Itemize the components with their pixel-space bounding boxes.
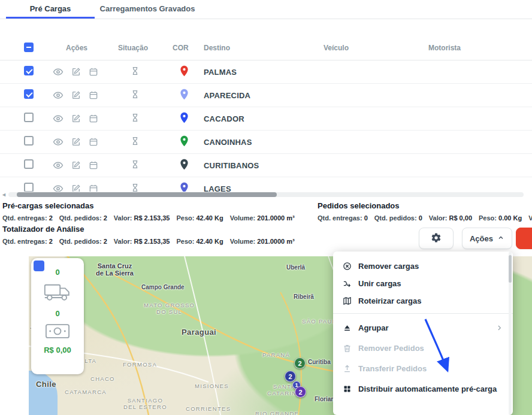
scrollbar-thumb[interactable] bbox=[17, 192, 277, 197]
map-label: CHACO bbox=[90, 375, 115, 382]
view-icon[interactable] bbox=[53, 90, 64, 101]
select-all-checkbox[interactable] bbox=[24, 43, 34, 52]
menu-item-label: Unir cargas bbox=[358, 279, 401, 288]
card-badge-icon bbox=[34, 260, 44, 271]
stat: Valor: R$ 0,00 bbox=[429, 214, 472, 222]
view-icon[interactable] bbox=[53, 183, 64, 192]
edit-icon[interactable] bbox=[71, 114, 81, 123]
menu-item-label: Roteirizar cargas bbox=[358, 296, 422, 305]
menu-item-remover-cargas[interactable]: Remover cargas bbox=[333, 258, 513, 275]
menu-scrollbar[interactable] bbox=[509, 252, 512, 415]
map-label: Campo Grande bbox=[141, 284, 185, 290]
map-label: MISIONES bbox=[195, 383, 229, 389]
pedidos-stats: Qtd. entregas: 0Qtd. pedidos: 0Valor: R$… bbox=[318, 212, 532, 223]
stat: Qtd. entregas: 0 bbox=[318, 214, 368, 222]
stat: Peso: 0.00 Kg bbox=[479, 214, 522, 222]
map-label: Uberlâ bbox=[286, 264, 305, 271]
map-label: SANTIAGO DEL ESTERO bbox=[123, 397, 167, 410]
calendar-icon[interactable] bbox=[89, 90, 98, 100]
table-header: Ações Situação COR Destino Veículo Motor… bbox=[0, 36, 532, 60]
row-checkbox[interactable] bbox=[24, 159, 34, 169]
chevron-up-icon bbox=[497, 234, 504, 243]
destination-pin-icon bbox=[180, 65, 189, 79]
menu-item-agrupar[interactable]: Agrupar bbox=[333, 317, 513, 338]
stat: Qtd. pedidos: 0 bbox=[374, 214, 422, 222]
pedidos-title: Pedidos selecionados bbox=[318, 201, 532, 210]
edit-icon[interactable] bbox=[71, 90, 81, 100]
table-body: PALMAS APARECIDA bbox=[0, 60, 532, 192]
edit-icon[interactable] bbox=[71, 67, 81, 77]
edit-icon[interactable] bbox=[71, 184, 81, 192]
precargas-stats: Qtd. entregas: 2Qtd. pedidos: 2Valor: R$… bbox=[2, 212, 317, 223]
menu-item-transferir-pedidos[interactable]: Transferir Pedidos bbox=[333, 358, 513, 378]
hourglass-icon bbox=[131, 66, 140, 78]
column-header-veiculo: Veículo bbox=[318, 44, 424, 52]
view-icon[interactable] bbox=[53, 66, 64, 77]
map-cluster-marker[interactable]: 2 bbox=[295, 386, 306, 398]
map-summary-card: 0 0 R$ 0,00 bbox=[31, 258, 84, 374]
menu-divider bbox=[333, 313, 513, 314]
destination-pin-icon bbox=[180, 89, 189, 102]
menu-item-label: Distribuir automaticamente pré-carga bbox=[358, 384, 497, 393]
row-checkbox[interactable] bbox=[24, 136, 34, 146]
menu-item-label: Transferir Pedidos bbox=[358, 364, 427, 373]
tab-bar: Pré Cargas Carregamentos Gravados bbox=[0, 0, 532, 19]
destination-pin-icon bbox=[180, 135, 189, 149]
view-icon[interactable] bbox=[53, 137, 64, 147]
banknote-icon bbox=[46, 324, 69, 341]
table-row: PALMAS bbox=[0, 60, 532, 84]
acoes-button-label: Ações bbox=[470, 234, 493, 243]
row-checkbox[interactable] bbox=[24, 183, 34, 192]
merge-icon bbox=[343, 279, 352, 288]
danger-button[interactable] bbox=[516, 228, 532, 249]
gear-icon bbox=[431, 232, 442, 245]
settings-button[interactable] bbox=[419, 228, 454, 249]
remove-circle-icon bbox=[343, 262, 352, 271]
hourglass-icon bbox=[131, 136, 140, 149]
tab-pre-cargas[interactable]: Pré Cargas bbox=[6, 0, 95, 19]
menu-item-remover-pedidos[interactable]: Remover Pedidos bbox=[333, 338, 513, 358]
view-icon[interactable] bbox=[53, 160, 64, 171]
calendar-icon[interactable] bbox=[89, 114, 98, 123]
acoes-button[interactable]: Ações bbox=[462, 228, 512, 249]
precargas-title: Pré-cargas selecionadas bbox=[2, 201, 317, 210]
stat: Valor: R$ 2.153,35 bbox=[114, 214, 170, 222]
map-label: RIO GRANDE bbox=[255, 410, 299, 415]
menu-item-label: Remover cargas bbox=[358, 262, 419, 271]
table-row: LAGES bbox=[0, 177, 532, 192]
row-checkbox[interactable] bbox=[24, 113, 34, 122]
menu-item-distribuir-automaticamente-pr-carga[interactable]: Distribuir automaticamente pré-carga bbox=[333, 378, 513, 399]
row-checkbox[interactable] bbox=[24, 89, 34, 99]
calendar-icon[interactable] bbox=[89, 137, 98, 147]
route-icon bbox=[343, 296, 352, 305]
map-label: FORMOSA bbox=[123, 361, 157, 368]
stat: Qtd. pedidos: 2 bbox=[59, 238, 107, 245]
calendar-icon[interactable] bbox=[89, 160, 98, 170]
map-cluster-marker[interactable]: 2 bbox=[285, 371, 296, 382]
view-icon[interactable] bbox=[53, 113, 64, 124]
table-row: CANOINHAS bbox=[0, 131, 532, 154]
menu-scrollbar-thumb[interactable] bbox=[509, 255, 512, 283]
calendar-icon[interactable] bbox=[89, 184, 98, 192]
row-checkbox[interactable] bbox=[24, 66, 34, 75]
calendar-icon[interactable] bbox=[89, 67, 98, 77]
tab-carregamentos-gravados[interactable]: Carregamentos Gravados bbox=[95, 0, 200, 19]
destino-cell: APARECIDA bbox=[199, 91, 318, 100]
destino-cell: CURITIBANOS bbox=[199, 161, 318, 170]
menu-item-unir-cargas[interactable]: Unir cargas bbox=[333, 275, 513, 292]
table-row: APARECIDA bbox=[0, 84, 532, 107]
stat: Volume: bbox=[528, 214, 532, 222]
menu-item-roteirizar-cargas[interactable]: Roteirizar cargas bbox=[333, 292, 513, 310]
totalizador-stats: Qtd. entregas: 2Qtd. pedidos: 2Valor: R$… bbox=[2, 235, 317, 246]
edit-icon[interactable] bbox=[71, 160, 81, 170]
summary-left: Pré-cargas selecionadas Qtd. entregas: 2… bbox=[2, 200, 317, 248]
scroll-left-arrow-icon[interactable]: ◄ bbox=[1, 192, 7, 198]
stat: Peso: 42.40 Kg bbox=[176, 214, 223, 222]
horizontal-scrollbar[interactable] bbox=[8, 192, 524, 197]
map-cluster-marker[interactable]: 2 bbox=[294, 358, 306, 369]
app-root: Pré Cargas Carregamentos Gravados Ações … bbox=[0, 0, 532, 415]
column-header-acoes: Ações bbox=[48, 44, 110, 52]
acoes-menu: Remover cargasUnir cargasRoteirizar carg… bbox=[333, 252, 513, 415]
edit-icon[interactable] bbox=[71, 137, 81, 147]
hourglass-icon bbox=[131, 89, 140, 102]
